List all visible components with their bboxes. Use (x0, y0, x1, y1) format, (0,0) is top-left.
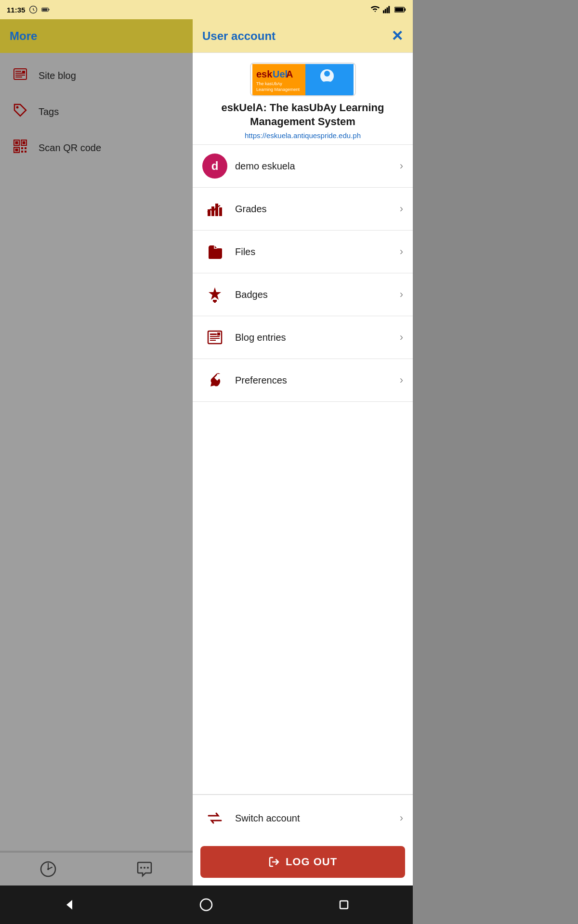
svg-rect-6 (387, 8, 388, 13)
sidebar-title: More (10, 29, 37, 43)
status-bar-right (370, 5, 406, 14)
panel-title: User account (202, 29, 276, 43)
logo-section: esk Uel A The kasUbAy Learning Managemen… (193, 53, 413, 145)
svg-rect-19 (15, 141, 18, 144)
svg-rect-40 (215, 204, 218, 216)
svg-text:Uel: Uel (273, 69, 288, 79)
svg-rect-16 (22, 71, 25, 74)
signal-icon (383, 5, 392, 14)
blog-entries-label: Blog entries (235, 332, 392, 343)
nav-messages[interactable] (130, 857, 159, 881)
menu-item-grades[interactable]: Grades › (193, 188, 413, 231)
site-name: eskUelA: The kasUbAy Learning Management… (200, 101, 405, 128)
menu-item-preferences[interactable]: Preferences › (193, 359, 413, 402)
sidebar-item-scan-qr[interactable]: Scan QR code (0, 130, 193, 166)
svg-rect-42 (213, 300, 217, 302)
android-nav-bar (0, 886, 413, 924)
svg-rect-49 (217, 333, 220, 335)
svg-text:A: A (286, 69, 293, 79)
home-button[interactable] (194, 893, 218, 917)
svg-point-52 (140, 867, 142, 869)
svg-rect-21 (23, 141, 26, 144)
svg-rect-46 (210, 336, 220, 337)
back-button[interactable] (57, 893, 81, 917)
sidebar-item-label-site-blog: Site blog (39, 70, 76, 81)
svg-point-56 (200, 899, 212, 911)
svg-text:Learning Management: Learning Management (256, 87, 300, 92)
svg-rect-9 (405, 8, 406, 11)
blog-icon (12, 66, 29, 85)
logout-button[interactable]: LOG OUT (200, 846, 405, 878)
site-url[interactable]: https://eskuela.antiquespride.edu.ph (245, 131, 361, 140)
avatar-letter: d (211, 159, 219, 173)
panel-header: User account ✕ (193, 19, 413, 53)
svg-rect-26 (21, 151, 23, 153)
files-icon (202, 239, 227, 264)
nav-dashboard[interactable] (34, 857, 63, 881)
preferences-label: Preferences (235, 375, 392, 386)
sidebar-item-label-scan-qr: Scan QR code (39, 142, 101, 154)
grades-label: Grades (235, 204, 392, 215)
svg-text:esk: esk (256, 69, 273, 79)
svg-rect-15 (15, 77, 22, 77)
messages-icon (136, 860, 153, 878)
user-account-panel: User account ✕ esk Uel A The kasUbAy Lea… (193, 19, 413, 886)
svg-rect-25 (25, 147, 26, 149)
menu-item-files[interactable]: Files › (193, 231, 413, 273)
svg-rect-41 (219, 207, 222, 216)
blog-entries-chevron-icon: › (400, 331, 403, 344)
switch-account-label: Switch account (235, 813, 392, 824)
svg-rect-24 (21, 147, 23, 149)
main-layout: More Site blog (0, 19, 413, 886)
svg-rect-2 (49, 9, 50, 11)
svg-rect-3 (42, 8, 48, 11)
svg-rect-4 (383, 11, 384, 13)
bottom-navigation (0, 852, 193, 886)
switch-account-section: Switch account › (193, 794, 413, 841)
sidebar-item-label-tags: Tags (39, 106, 59, 117)
switch-account-chevron-icon: › (400, 812, 403, 824)
site-logo: esk Uel A The kasUbAy Learning Managemen… (250, 63, 356, 96)
close-button[interactable]: ✕ (391, 29, 403, 43)
svg-rect-11 (14, 69, 26, 79)
tag-icon (12, 103, 29, 121)
preferences-icon (202, 368, 227, 393)
svg-rect-48 (210, 340, 216, 341)
menu-item-profile[interactable]: d demo eskuela › (193, 145, 413, 188)
sidebar-item-site-blog[interactable]: Site blog (0, 58, 193, 94)
user-avatar: d (202, 154, 227, 179)
home-icon (199, 898, 213, 912)
profile-chevron-icon: › (400, 160, 403, 172)
blog-entries-icon (202, 325, 227, 350)
svg-point-54 (147, 867, 149, 869)
sidebar-items: Site blog Tags (0, 53, 193, 851)
status-bar: 11:35 (0, 0, 413, 19)
svg-point-53 (144, 867, 145, 869)
menu-item-blog-entries[interactable]: Blog entries › (193, 316, 413, 359)
dashboard-icon (39, 860, 57, 878)
recents-button[interactable] (332, 893, 356, 917)
logo-svg: esk Uel A The kasUbAy Learning Managemen… (252, 64, 354, 95)
files-chevron-icon: › (400, 245, 403, 258)
logout-icon (268, 856, 280, 868)
grades-chevron-icon: › (400, 203, 403, 215)
svg-rect-43 (214, 302, 216, 303)
circle-icon (29, 5, 38, 14)
menu-item-badges[interactable]: Badges › (193, 273, 413, 316)
switch-account-item[interactable]: Switch account › (193, 797, 413, 839)
badges-icon (202, 282, 227, 307)
recents-icon (337, 898, 351, 912)
svg-rect-23 (15, 149, 18, 152)
wifi-icon (370, 5, 380, 14)
battery-status-icon (394, 6, 406, 13)
svg-point-17 (16, 106, 19, 109)
menu-items-list: d demo eskuela › Grades › (193, 145, 413, 794)
sidebar-item-tags[interactable]: Tags (0, 94, 193, 130)
qr-icon (12, 139, 29, 157)
preferences-chevron-icon: › (400, 374, 403, 386)
svg-rect-47 (210, 338, 220, 339)
username-label: demo eskuela (235, 161, 392, 172)
badges-label: Badges (235, 289, 392, 300)
svg-point-37 (324, 71, 330, 77)
grades-icon (202, 196, 227, 221)
